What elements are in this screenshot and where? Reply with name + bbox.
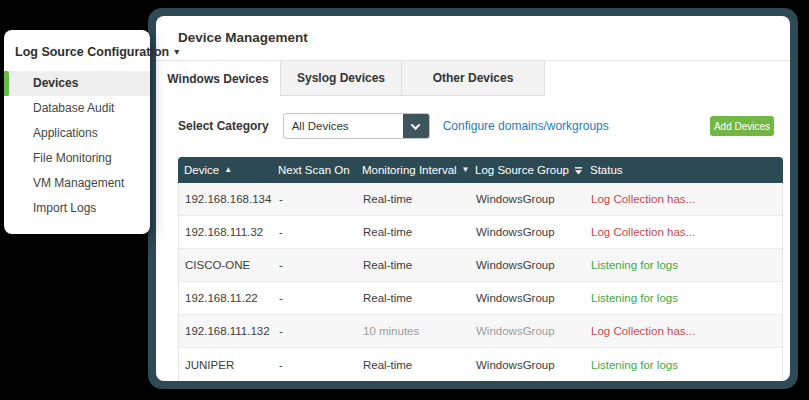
caret-down-icon: ▾ — [174, 47, 179, 57]
sidebar-item-devices[interactable]: Devices — [4, 71, 150, 96]
interval-cell: Real-time — [363, 359, 476, 371]
tab-syslog-devices[interactable]: Syslog Devices — [281, 61, 402, 96]
column-header-monitoring-interval[interactable]: Monitoring Interval ▼ — [362, 164, 475, 176]
filter-icon[interactable] — [574, 166, 583, 175]
log-source-config-label: Log Source Configuration — [15, 45, 169, 59]
devices-table: Device ▲ Next Scan On Monitoring Interva… — [178, 158, 783, 381]
status-text[interactable]: Log Collection has... — [591, 193, 782, 205]
column-label: Log Source Group — [475, 164, 569, 176]
device-tabs: Windows Devices Syslog Devices Other Dev… — [156, 60, 790, 95]
table-row[interactable]: 192.168.111.132 - 10 minutes WindowsGrou… — [179, 315, 782, 348]
category-select[interactable]: All Devices — [283, 113, 430, 139]
column-label: Next Scan On — [278, 164, 350, 176]
chevron-down-icon[interactable] — [403, 113, 429, 139]
device-management-card: Device Management Windows Devices Syslog… — [156, 16, 790, 381]
status-text: Listening for logs — [591, 292, 782, 304]
device-cell: CISCO-ONE — [179, 259, 279, 271]
interval-cell: Real-time — [363, 193, 476, 205]
column-label: Monitoring Interval — [362, 164, 457, 176]
device-cell: 192.168.11.22 — [179, 292, 279, 304]
next-scan-cell: - — [279, 359, 363, 371]
column-label: Status — [590, 164, 623, 176]
next-scan-cell: - — [279, 193, 363, 205]
table-row[interactable]: CISCO-ONE - Real-time WindowsGroup Liste… — [179, 249, 782, 282]
interval-cell: Real-time — [363, 226, 476, 238]
interval-cell: 10 minutes — [363, 325, 476, 337]
status-text[interactable]: Log Collection has... — [591, 226, 782, 238]
interval-cell: Real-time — [363, 292, 476, 304]
sidebar-item-vm-management[interactable]: VM Management — [4, 171, 150, 196]
interval-cell: Real-time — [363, 259, 476, 271]
group-cell: WindowsGroup — [476, 226, 591, 238]
select-category-label: Select Category — [178, 119, 269, 133]
device-cell: JUNIPER — [179, 359, 279, 371]
device-cell: 192.168.111.132 — [179, 325, 279, 337]
add-devices-button[interactable]: Add Devices — [710, 116, 774, 136]
table-row[interactable]: JUNIPER - Real-time WindowsGroup Listeni… — [179, 348, 782, 381]
sidebar-item-applications[interactable]: Applications — [4, 121, 150, 146]
sort-desc-icon[interactable]: ▼ — [462, 166, 470, 174]
sidebar-item-label: Database Audit — [33, 101, 114, 115]
table-row[interactable]: 192.168.168.134 - Real-time WindowsGroup… — [179, 183, 782, 216]
page-title: Device Management — [178, 30, 308, 45]
column-header-status[interactable]: Status — [590, 164, 783, 176]
sort-asc-icon[interactable]: ▲ — [224, 166, 232, 174]
device-cell: 192.168.168.134 — [179, 193, 279, 205]
screen: Log Source Configuration ▾ Devices Datab… — [0, 0, 809, 400]
sidebar-menu: Devices Database Audit Applications File… — [4, 68, 150, 221]
sidebar-item-label: File Monitoring — [33, 151, 112, 165]
column-header-next-scan-on[interactable]: Next Scan On — [278, 164, 362, 176]
status-text: Listening for logs — [591, 259, 782, 271]
sidebar-item-label: VM Management — [33, 176, 124, 190]
group-cell: WindowsGroup — [476, 325, 591, 337]
next-scan-cell: - — [279, 325, 363, 337]
configure-domains-link[interactable]: Configure domains/workgroups — [443, 119, 609, 133]
log-source-config-panel: Log Source Configuration ▾ Devices Datab… — [4, 30, 150, 234]
table-row[interactable]: 192.168.11.22 - Real-time WindowsGroup L… — [179, 282, 782, 315]
device-cell: 192.168.111.32 — [179, 226, 279, 238]
table-toolbar: Select Category All Devices Configure do… — [178, 111, 774, 141]
column-label: Device — [184, 164, 219, 176]
table-row[interactable]: 192.168.111.32 - Real-time WindowsGroup … — [179, 216, 782, 249]
devices-table-header: Device ▲ Next Scan On Monitoring Interva… — [178, 157, 783, 183]
group-cell: WindowsGroup — [476, 292, 591, 304]
sidebar-item-database-audit[interactable]: Database Audit — [4, 96, 150, 121]
sidebar-item-label: Import Logs — [33, 201, 96, 215]
sidebar-item-label: Devices — [33, 76, 78, 90]
next-scan-cell: - — [279, 292, 363, 304]
next-scan-cell: - — [279, 259, 363, 271]
tab-other-devices[interactable]: Other Devices — [402, 61, 545, 96]
status-text[interactable]: Log Collection has... — [591, 325, 782, 337]
group-cell: WindowsGroup — [476, 193, 591, 205]
sidebar-item-import-logs[interactable]: Import Logs — [4, 196, 150, 221]
log-source-config-dropdown[interactable]: Log Source Configuration ▾ — [4, 30, 150, 68]
next-scan-cell: - — [279, 226, 363, 238]
group-cell: WindowsGroup — [476, 259, 591, 271]
device-management-window: Device Management Windows Devices Syslog… — [148, 8, 798, 389]
tab-windows-devices[interactable]: Windows Devices — [156, 61, 281, 96]
status-text: Listening for logs — [591, 359, 782, 371]
category-select-value: All Devices — [284, 120, 403, 132]
column-header-log-source-group[interactable]: Log Source Group — [475, 164, 590, 176]
sidebar-item-file-monitoring[interactable]: File Monitoring — [4, 146, 150, 171]
sidebar-item-label: Applications — [33, 126, 98, 140]
group-cell: WindowsGroup — [476, 359, 591, 371]
column-header-device[interactable]: Device ▲ — [178, 164, 278, 176]
